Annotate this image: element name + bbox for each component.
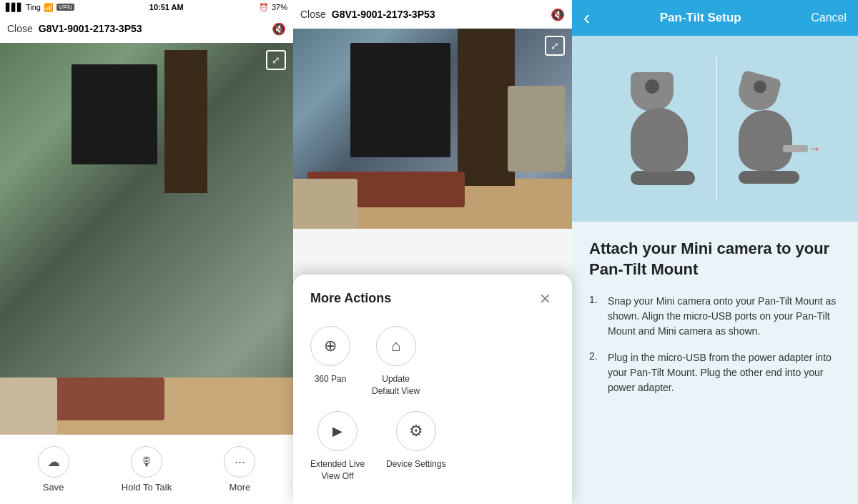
pan-tilt-header: ‹ Pan-Tilt Setup Cancel — [572, 0, 858, 36]
setup-illustration: ↓ → — [572, 36, 858, 222]
status-bar-right: ⏰ 37% — [259, 3, 287, 12]
device-settings-label: Device Settings — [386, 458, 445, 470]
extended-live-view-icon: ▶ — [317, 411, 358, 451]
360-pan-icon: ⊕ — [310, 326, 350, 366]
mid-tv-silhouette — [350, 43, 450, 157]
close-button[interactable]: Close — [7, 23, 33, 34]
pan-tilt-setup-panel: ‹ Pan-Tilt Setup Cancel ↓ — [572, 0, 858, 504]
camera-controls-bar: ☁ Save 🎙 Hold To Talk ··· More — [0, 435, 293, 504]
cancel-button[interactable]: Cancel — [811, 11, 847, 24]
modal-close-button[interactable]: ✕ — [535, 289, 555, 309]
wifi-icon: 📶 — [44, 3, 54, 12]
cam1-base-bottom — [631, 171, 695, 185]
setup-title: Attach your Mini camera to your Pan-Tilt… — [589, 239, 841, 280]
left-camera-panel: ▋▋▋ Ting 📶 VPN 10:51 AM ⏰ 37% Close G8V1… — [0, 0, 293, 504]
setup-instructions: Attach your Mini camera to your Pan-Tilt… — [572, 222, 858, 504]
modal-actions-row-2: ▶ Extended LiveView Off ⚙ Device Setting… — [310, 411, 555, 483]
instruction-item-2: 2. Plug in the micro-USB from the power … — [589, 350, 841, 395]
middle-camera-livestream[interactable]: ⤢ — [293, 29, 572, 229]
usb-arrow: → — [808, 142, 821, 157]
expand-icon[interactable]: ⤢ — [266, 50, 286, 70]
cam2-assembly: → — [739, 74, 799, 184]
camera-header: Close G8V1-9001-2173-3P53 🔇 — [0, 14, 293, 43]
update-default-icon: ⌂ — [376, 326, 416, 366]
middle-mute-icon[interactable]: 🔇 — [551, 8, 565, 21]
hold-to-talk-button[interactable]: 🎙 Hold To Talk — [122, 446, 172, 493]
instruction-num-1: 1. — [589, 294, 601, 339]
instruction-text-2: Plug in the micro-USB from the power ada… — [608, 350, 841, 395]
mute-icon[interactable]: 🔇 — [272, 22, 286, 36]
save-icon: ☁ — [38, 446, 69, 478]
usb-cable — [783, 145, 808, 152]
middle-expand-icon[interactable]: ⤢ — [545, 36, 565, 56]
more-dots-icon: ··· — [224, 446, 255, 478]
middle-close-button[interactable]: Close — [300, 9, 326, 20]
mid-couch-silhouette — [508, 86, 565, 172]
signal-icon: ▋▋▋ — [6, 3, 23, 12]
360-pan-action[interactable]: ⊕ 360 Pan — [310, 326, 350, 397]
alarm-icon: ⏰ — [259, 3, 269, 12]
cam2-base-bottom — [739, 171, 799, 184]
bookshelf-silhouette — [164, 50, 207, 193]
cam1-assembly: ↓ — [631, 72, 695, 185]
microphone-icon: 🎙 — [131, 446, 162, 478]
update-default-view-action[interactable]: ⌂ UpdateDefault View — [372, 326, 420, 397]
device-settings-icon: ⚙ — [396, 411, 436, 451]
back-button[interactable]: ‹ — [583, 6, 590, 29]
instruction-text-1: Snap your Mini camera onto your Pan-Tilt… — [608, 294, 841, 339]
status-bar-left: ▋▋▋ Ting 📶 VPN — [6, 3, 74, 12]
usb-connector-area: → — [783, 142, 821, 157]
middle-camera-panel: Close G8V1-9001-2173-3P53 🔇 ⤢ ∧ ∨ < > ⌂ — [293, 0, 572, 504]
360-pan-label: 360 Pan — [315, 373, 347, 385]
update-default-label: UpdateDefault View — [372, 373, 420, 397]
furniture-silhouette — [0, 377, 57, 435]
cam1-base — [631, 108, 688, 172]
pan-tilt-title: Pan-Tilt Setup — [596, 11, 805, 25]
camera-illustration-1: ↓ — [631, 72, 695, 185]
camera-illustration-2: → — [739, 74, 799, 184]
modal-header: More Actions ✕ — [310, 289, 555, 309]
save-button[interactable]: ☁ Save — [38, 446, 69, 493]
device-id: G8V1-9001-2173-3P53 — [39, 23, 266, 34]
camera-feed-bg — [0, 43, 293, 435]
time-display: 10:51 AM — [149, 3, 184, 11]
status-bar: ▋▋▋ Ting 📶 VPN 10:51 AM ⏰ 37% — [0, 0, 293, 14]
cam2-lens — [752, 79, 768, 94]
modal-title: More Actions — [310, 291, 391, 306]
middle-camera-header: Close G8V1-9001-2173-3P53 🔇 — [293, 0, 572, 29]
more-button[interactable]: ··· More — [224, 446, 255, 493]
cam2-base: → — [739, 110, 792, 171]
carrier-name: Ting — [26, 3, 41, 11]
tv-silhouette — [72, 64, 157, 164]
middle-device-id: G8V1-9001-2173-3P53 — [332, 9, 545, 20]
battery-level: 37% — [272, 3, 287, 11]
vpn-badge: VPN — [56, 4, 74, 11]
more-actions-modal: More Actions ✕ ⊕ 360 Pan ⌂ UpdateDefault… — [293, 275, 572, 504]
instruction-item-1: 1. Snap your Mini camera onto your Pan-T… — [589, 294, 841, 339]
instruction-num-2: 2. — [589, 350, 601, 395]
cam1-top — [631, 72, 674, 112]
modal-actions-row: ⊕ 360 Pan ⌂ UpdateDefault View — [310, 326, 555, 397]
middle-camera-feed-bg — [293, 29, 572, 229]
cam1-lens — [645, 79, 659, 94]
illustration-divider — [716, 57, 717, 200]
mid-furniture-silhouette — [293, 179, 358, 229]
extended-live-view-label: Extended LiveView Off — [310, 458, 365, 483]
mid-bookshelf-silhouette — [458, 29, 515, 186]
camera-livestream[interactable]: ⤢ — [0, 43, 293, 435]
device-settings-action[interactable]: ⚙ Device Settings — [386, 411, 445, 483]
extended-live-view-action[interactable]: ▶ Extended LiveView Off — [310, 411, 365, 483]
cam2-top — [734, 69, 781, 114]
